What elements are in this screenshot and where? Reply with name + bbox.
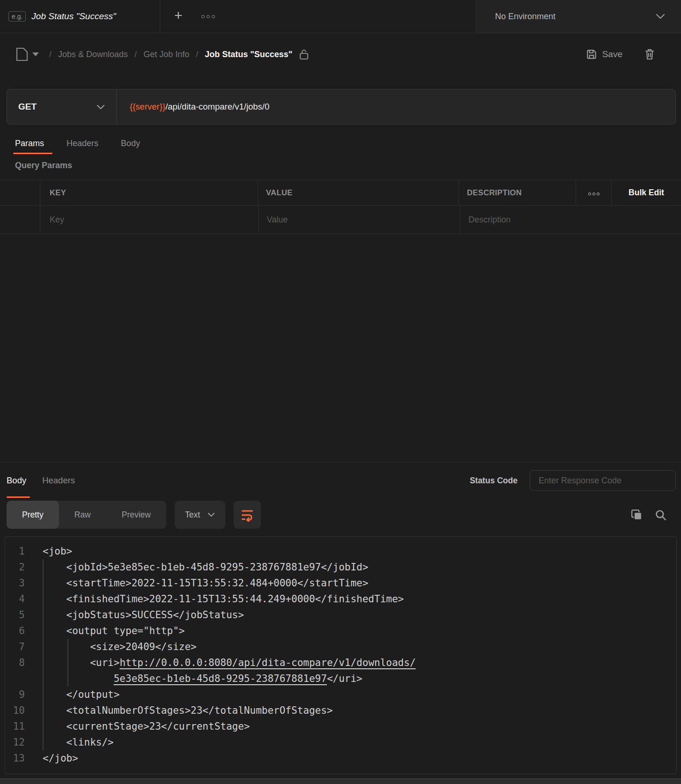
code-line: 7 <size>20409</size> [5, 639, 676, 655]
column-header-value: VALUE [258, 180, 459, 205]
method-selector[interactable]: GET [7, 89, 117, 124]
method-label: GET [18, 102, 96, 112]
breadcrumb-separator: / [134, 50, 137, 59]
code-line: 12 <links/> [5, 734, 676, 750]
code-line: 6 <output type="http"> [5, 623, 676, 639]
value-input[interactable]: Value [259, 206, 461, 234]
url-variable: {{server}} [130, 102, 165, 112]
environment-label: No Environment [495, 12, 656, 22]
bottom-panel-edge [0, 778, 681, 784]
save-icon [585, 48, 598, 60]
chevron-down-icon [207, 512, 215, 517]
new-tab-button[interactable]: + [174, 8, 183, 22]
code-line: 5 <jobStatus>SUCCESS</jobStatus> [5, 607, 676, 623]
url-path: /api/dita-compare/v1/jobs/0 [165, 102, 269, 112]
key-input[interactable]: Key [40, 206, 259, 234]
lock-icon [299, 48, 309, 60]
code-line: 1<job> [5, 543, 676, 559]
table-row: Key Value Description [0, 205, 681, 234]
code-lines: 1<job>2 <jobId>5e3e85ec-b1eb-45d8-9295-2… [5, 543, 676, 766]
url-input[interactable]: {{server}}/api/dita-compare/v1/jobs/0 [117, 89, 269, 124]
example-badge: e.g. [8, 11, 26, 22]
view-mode-preview[interactable]: Preview [106, 501, 166, 529]
breadcrumb-item-collection[interactable]: Jobs & Downloads [58, 50, 128, 59]
delete-button[interactable] [644, 48, 655, 61]
tab-body[interactable]: Body [121, 139, 140, 154]
description-input[interactable]: Description [460, 206, 681, 234]
code-line: 5e3e85ec-b1eb-45d8-9295-238767881e97</ur… [5, 671, 676, 687]
code-line: 3 <startTime>2022-11-15T13:55:32.484+000… [5, 575, 676, 591]
wrap-lines-button[interactable] [234, 501, 261, 529]
status-code-label: Status Code [470, 476, 518, 486]
code-line: 8 <uri>http://0.0.0.0:8080/api/dita-comp… [5, 655, 676, 671]
breadcrumb-separator: / [49, 50, 52, 59]
response-code-input[interactable] [530, 470, 676, 491]
chevron-down-icon [656, 14, 665, 19]
request-tab-title: Job Status "Success" [31, 11, 116, 22]
code-line: 4 <finishedTime>2022-11-15T13:55:44.249+… [5, 591, 676, 607]
save-button[interactable]: Save [585, 48, 622, 60]
download-link[interactable]: 5e3e85ec-b1eb-45d8-9295-238767881e97 [114, 673, 327, 684]
request-tab[interactable]: e.g. Job Status "Success" [0, 0, 160, 33]
column-header-key: KEY [40, 180, 258, 205]
code-line: 9 </output> [5, 687, 676, 703]
save-label: Save [602, 49, 622, 59]
breadcrumb-separator: / [196, 50, 198, 59]
copy-icon[interactable] [630, 508, 643, 521]
environment-selector[interactable]: No Environment [476, 0, 681, 33]
collection-dropdown-icon[interactable] [32, 52, 39, 56]
tab-params[interactable]: Params [15, 139, 44, 154]
breadcrumb: / Jobs & Downloads / Get Job Info / Job … [49, 50, 292, 59]
download-link[interactable]: http://0.0.0.0:8080/api/dita-compare/v1/… [119, 657, 415, 668]
table-header-row: KEY VALUE DESCRIPTION Bulk Edit [0, 180, 681, 205]
response-tab-body[interactable]: Body [7, 475, 26, 486]
trash-icon [644, 48, 655, 61]
request-url-bar: GET {{server}}/api/dita-compare/v1/jobs/… [7, 89, 676, 125]
response-toolbar: Pretty Raw Preview Text [7, 501, 667, 529]
breadcrumb-item-folder[interactable]: Get Job Info [143, 50, 189, 59]
code-line: 10 <totalNumberOfStages>23</totalNumberO… [5, 703, 676, 718]
request-tabs: Params Headers Body [0, 139, 681, 154]
tab-headers[interactable]: Headers [67, 139, 98, 154]
breadcrumb-row: / Jobs & Downloads / Get Job Info / Job … [0, 33, 681, 75]
breadcrumb-item-current: Job Status "Success" [205, 50, 292, 59]
response-tab-headers[interactable]: Headers [42, 475, 75, 486]
query-params-table: KEY VALUE DESCRIPTION Bulk Edit Key Valu… [0, 180, 681, 234]
more-options-icon [587, 189, 600, 197]
more-options-icon[interactable] [201, 15, 215, 18]
column-options-button[interactable] [576, 180, 612, 205]
view-mode-pretty[interactable]: Pretty [7, 501, 59, 529]
collection-icon[interactable] [15, 47, 29, 61]
response-header: Body Headers Status Code [0, 462, 681, 499]
code-line: 11 <currentStage>23</currentStage> [5, 718, 676, 734]
row-handle-column [0, 206, 40, 234]
row-handle-column [0, 180, 40, 205]
view-mode-raw[interactable]: Raw [59, 501, 106, 529]
tab-bar: e.g. Job Status "Success" + No Environme… [0, 0, 681, 33]
code-line: 2 <jobId>5e3e85ec-b1eb-45d8-9295-2387678… [5, 559, 676, 575]
view-mode-switch: Pretty Raw Preview [7, 501, 166, 529]
wrap-lines-icon [240, 508, 254, 522]
language-label: Text [185, 510, 200, 520]
chevron-down-icon [96, 104, 105, 110]
bulk-edit-button[interactable]: Bulk Edit [612, 180, 681, 205]
response-body-viewer[interactable]: 1<job>2 <jobId>5e3e85ec-b1eb-45d8-9295-2… [5, 536, 677, 774]
column-header-description: DESCRIPTION [459, 180, 576, 205]
language-selector[interactable]: Text [175, 501, 225, 529]
search-icon[interactable] [654, 509, 667, 521]
code-line: 13</job> [5, 750, 676, 766]
query-params-heading: Query Params [0, 161, 681, 170]
